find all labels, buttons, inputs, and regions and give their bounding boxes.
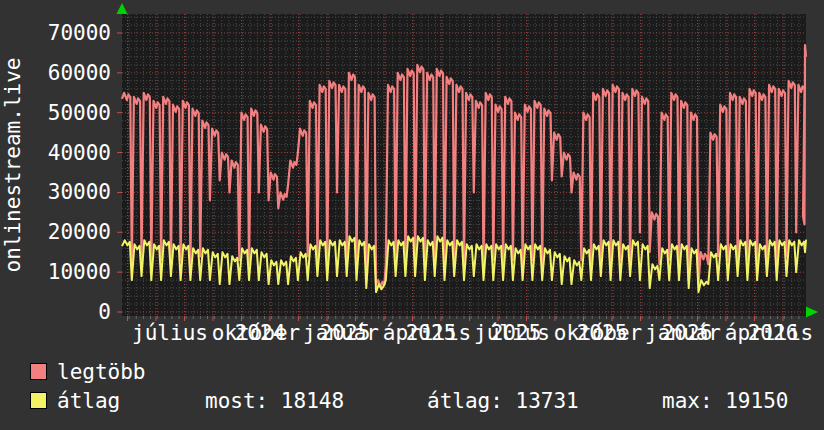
legend-label-atlag: átlag bbox=[57, 390, 120, 412]
stat-most: most: 18148 bbox=[205, 390, 344, 412]
x-year-label: 2026 bbox=[748, 322, 799, 344]
stat-max-value: 19150 bbox=[725, 389, 788, 413]
y-tick-label: 30000 bbox=[0, 181, 111, 203]
x-year-label: 2024 bbox=[235, 322, 286, 344]
legend-swatch-atlag bbox=[30, 392, 47, 409]
x-year-label: 2026 bbox=[662, 322, 713, 344]
x-year-label: 2025 bbox=[491, 322, 542, 344]
y-tick-label: 10000 bbox=[0, 261, 111, 283]
stat-max-label: max: bbox=[662, 389, 725, 413]
stat-most-value: 18148 bbox=[281, 389, 344, 413]
graph-canvas: onlinestream.live 70000 60000 50000 4000… bbox=[0, 0, 824, 430]
y-tick-label: 20000 bbox=[0, 221, 111, 243]
y-tick-label: 50000 bbox=[0, 102, 111, 124]
y-tick-label: 0 bbox=[0, 301, 111, 323]
legend-swatch-legtobb bbox=[30, 363, 47, 380]
x-month-label: július bbox=[132, 322, 208, 344]
y-axis-arrow-up-icon bbox=[117, 3, 128, 14]
y-tick-label: 70000 bbox=[0, 22, 111, 44]
x-year-label: 2025 bbox=[577, 322, 628, 344]
y-tick-label: 40000 bbox=[0, 142, 111, 164]
stat-max: max: 19150 bbox=[662, 390, 788, 412]
stat-atlag-value: 13731 bbox=[516, 389, 579, 413]
stat-atlag-label: átlag: bbox=[427, 389, 516, 413]
x-axis-arrow-right-icon bbox=[806, 307, 818, 318]
x-year-label: 2025 bbox=[320, 322, 371, 344]
stat-atlag: átlag: 13731 bbox=[427, 390, 579, 412]
legend-label-legtobb: legtöbb bbox=[57, 361, 146, 383]
x-year-label: 2025 bbox=[406, 322, 457, 344]
y-tick-label: 60000 bbox=[0, 62, 111, 84]
stat-most-label: most: bbox=[205, 389, 281, 413]
